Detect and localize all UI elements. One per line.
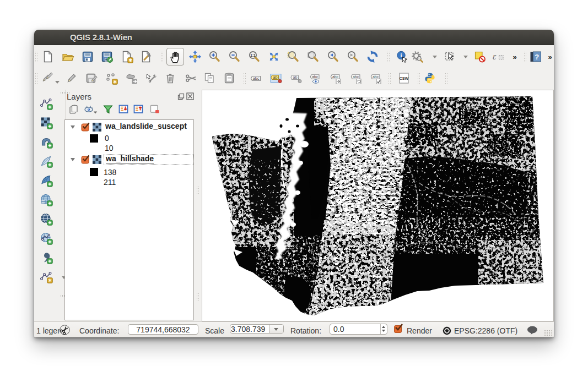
svg-text:ε: ε — [493, 52, 497, 61]
svg-text:ab: ab — [293, 75, 298, 79]
svg-text:abc: abc — [252, 76, 259, 81]
svg-text:ab: ab — [273, 75, 278, 79]
svg-text:1:1: 1:1 — [250, 53, 256, 57]
svg-text:?: ? — [535, 53, 539, 61]
svg-text:»: » — [513, 53, 516, 61]
svg-text:abc: abc — [353, 75, 359, 79]
svg-text:»: » — [548, 53, 552, 61]
svg-text:i: i — [400, 52, 402, 58]
svg-text:CSW: CSW — [400, 76, 409, 81]
svg-text:abc: abc — [312, 75, 319, 79]
svg-text:abc: abc — [373, 75, 379, 79]
svg-text:abc: abc — [332, 75, 339, 79]
